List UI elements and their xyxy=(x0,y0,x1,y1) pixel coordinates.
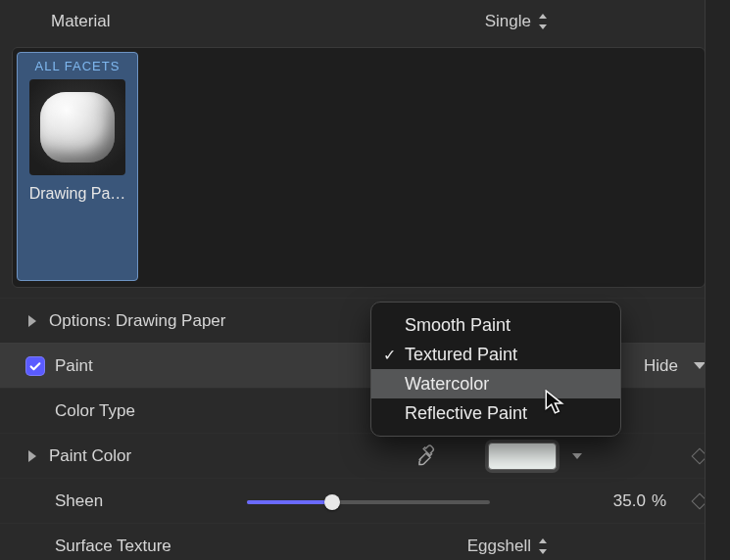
surface-texture-value: Eggshell xyxy=(467,537,531,556)
popup-item-label: Textured Paint xyxy=(405,345,517,365)
facets-tab-label: ALL FACETS xyxy=(35,57,121,79)
popup-item-reflective-paint[interactable]: Reflective Paint xyxy=(371,398,620,428)
material-thumbnail[interactable] xyxy=(29,79,125,175)
paint-checkbox[interactable] xyxy=(25,356,45,376)
popup-item-label: Reflective Paint xyxy=(405,403,527,424)
paint-color-label: Paint Color xyxy=(49,446,131,466)
material-mode-popup[interactable]: Single xyxy=(485,12,549,31)
paint-color-well[interactable] xyxy=(488,443,557,470)
surface-texture-popup[interactable]: Eggshell xyxy=(467,537,549,556)
sheen-row: Sheen 35.0 % xyxy=(0,478,717,523)
facets-well: ALL FACETS Drawing Pa… xyxy=(12,47,706,288)
popup-item-label: Smooth Paint xyxy=(405,315,511,336)
material-preview-shape xyxy=(40,92,115,163)
material-label: Material xyxy=(51,12,110,31)
updown-icon xyxy=(537,14,549,29)
options-label: Options: Drawing Paper xyxy=(49,311,225,331)
color-type-popup[interactable]: Smooth Paint Textured Paint Watercolor R… xyxy=(370,302,621,437)
popup-item-smooth-paint[interactable]: Smooth Paint xyxy=(371,310,620,340)
sheen-value[interactable]: 35.0 xyxy=(613,491,646,511)
popup-item-textured-paint[interactable]: Textured Paint xyxy=(371,340,620,369)
facet-card[interactable]: ALL FACETS Drawing Pa… xyxy=(17,52,138,281)
sheen-unit: % xyxy=(652,491,666,511)
eyedropper-icon[interactable] xyxy=(415,444,439,468)
hide-button[interactable]: Hide xyxy=(644,356,678,376)
paint-color-row: Paint Color xyxy=(0,433,717,478)
popup-item-label: Watercolor xyxy=(405,374,489,395)
scrollbar-track[interactable] xyxy=(705,0,717,560)
slider-thumb[interactable] xyxy=(324,494,340,510)
surface-texture-row: Surface Texture Eggshell xyxy=(0,523,717,560)
color-type-label: Color Type xyxy=(55,401,135,421)
popup-item-watercolor[interactable]: Watercolor xyxy=(371,369,620,398)
paint-label: Paint xyxy=(55,356,93,376)
material-mode-value: Single xyxy=(485,12,531,31)
facet-name: Drawing Pa… xyxy=(23,185,132,203)
disclosure-triangle-icon[interactable] xyxy=(25,449,39,463)
updown-icon xyxy=(537,538,549,554)
sheen-slider[interactable] xyxy=(247,491,490,511)
checkmark-icon xyxy=(28,359,42,373)
chevron-down-icon[interactable] xyxy=(572,453,582,459)
surface-texture-label: Surface Texture xyxy=(55,537,171,556)
disclosure-triangle-icon[interactable] xyxy=(25,314,39,328)
sheen-label: Sheen xyxy=(55,491,103,511)
